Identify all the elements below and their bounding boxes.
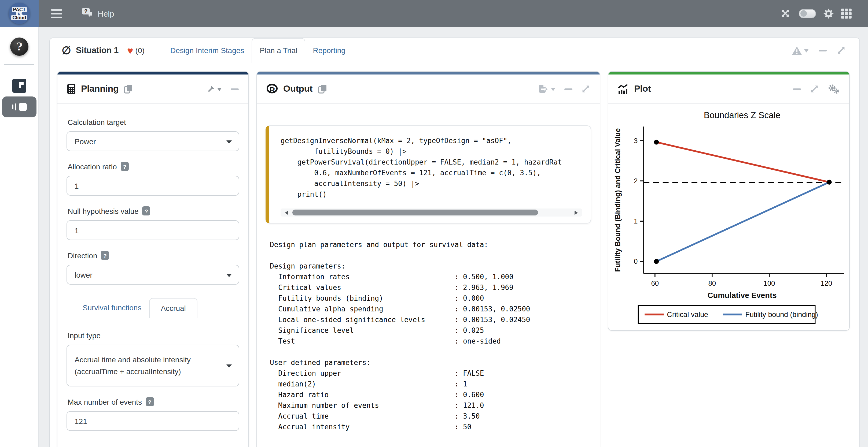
menu-hamburger-icon[interactable]	[51, 9, 62, 18]
minus-icon	[564, 88, 572, 90]
top-navbar: R PACT Cloud ? Help	[0, 0, 868, 27]
theme-sun-icon[interactable]	[824, 8, 834, 19]
output-header: R Output	[257, 74, 600, 104]
minimize-plot-button[interactable]	[793, 88, 801, 90]
situation-title-group: ∅ Situation 1	[62, 38, 119, 63]
warning-triangle-icon	[792, 46, 802, 55]
help-tooltip-icon[interactable]: ?	[143, 206, 151, 215]
situation-title: Situation 1	[76, 45, 119, 55]
output-report: Design plan parameters and output for su…	[270, 240, 591, 433]
minimize-output-button[interactable]	[564, 88, 572, 90]
rpact-cloud-logo[interactable]: R PACT Cloud	[0, 0, 39, 27]
help-tooltip-icon[interactable]: ?	[101, 251, 109, 260]
question-mark-icon: ?	[16, 40, 22, 53]
copy-icon[interactable]	[124, 84, 133, 94]
svg-text:100: 100	[764, 279, 775, 287]
direction-label: Direction ?	[68, 251, 239, 260]
planning-actions	[207, 85, 239, 93]
null-hypothesis-label: Null hypothesis value ?	[68, 206, 239, 215]
left-sidebar: ?	[0, 27, 39, 447]
r-code-card: getDesignInverseNormal(kMax = 2, typeOfD…	[266, 126, 591, 224]
calculation-target-select[interactable]: Power	[66, 131, 239, 151]
sidebar-item-question[interactable]: ?	[10, 37, 28, 56]
scrollbar-thumb[interactable]	[292, 210, 538, 215]
favorites-button[interactable]: ♥ (0)	[127, 38, 145, 63]
warnings-dropdown-button[interactable]	[792, 46, 808, 55]
subtab-accrual[interactable]: Accrual	[149, 298, 197, 318]
expand-arrows-icon	[837, 46, 845, 55]
allocation-ratio-label: Allocation ratio ?	[68, 162, 239, 171]
app-root: R PACT Cloud ? Help	[0, 0, 868, 447]
toggle-knob	[800, 10, 807, 16]
sidebar-item-workspace-active[interactable]	[2, 97, 36, 117]
help-tooltip-icon[interactable]: ?	[121, 162, 129, 171]
topbar-actions	[773, 8, 868, 19]
expand-output-button[interactable]	[582, 85, 590, 93]
planning-panel: Planning	[57, 71, 249, 447]
chevron-down-icon	[804, 49, 808, 55]
logo-text-bottom: Cloud	[11, 15, 27, 20]
minus-icon	[793, 88, 801, 90]
max-events-input[interactable]	[66, 411, 239, 431]
null-hypothesis-input[interactable]	[66, 220, 239, 240]
svg-text:R: R	[270, 85, 275, 94]
expand-plot-button[interactable]	[810, 85, 819, 93]
sidebar-item-flag[interactable]	[12, 79, 26, 95]
fullscreen-icon[interactable]	[780, 8, 790, 18]
plot-accent-strip	[608, 72, 849, 74]
main-area: ∅ Situation 1 ♥ (0) Design Interim Stage…	[39, 27, 868, 447]
direction-select[interactable]: lower	[66, 265, 239, 285]
code-horizontal-scrollbar[interactable]	[281, 208, 582, 216]
favorites-count: (0)	[135, 46, 145, 55]
planning-subtabs: Survival functions Accrual	[66, 298, 239, 318]
logo-circle: R PACT Cloud	[8, 3, 30, 24]
export-dropdown-button[interactable]	[538, 84, 555, 94]
plot-body: Boundaries Z Scale01236080100120Cumulati…	[608, 104, 849, 331]
situation-header: ∅ Situation 1 ♥ (0) Design Interim Stage…	[50, 38, 860, 63]
input-type-select[interactable]: Accrual time and absolute intensity (acc…	[66, 345, 239, 386]
planning-accent-strip	[57, 72, 248, 74]
output-title: Output	[283, 83, 312, 94]
svg-text:Futility bound (binding): Futility bound (binding)	[745, 311, 818, 319]
copy-icon[interactable]	[318, 84, 327, 94]
scroll-right-icon[interactable]	[575, 210, 580, 215]
plot-settings-button[interactable]	[828, 84, 840, 94]
situation-body: Planning	[50, 63, 860, 447]
scroll-left-icon[interactable]	[283, 210, 288, 215]
gears-icon	[828, 84, 840, 94]
help-button[interactable]: ? Help	[82, 7, 114, 19]
svg-text:80: 80	[708, 279, 716, 287]
minimize-planning-button[interactable]	[231, 88, 239, 90]
tab-reporting[interactable]: Reporting	[305, 38, 353, 63]
svg-text:Boundaries Z Scale: Boundaries Z Scale	[704, 110, 780, 120]
expand-situation-button[interactable]	[837, 46, 845, 55]
output-actions	[538, 84, 590, 94]
plot-title: Plot	[634, 83, 651, 94]
expand-arrows-icon	[582, 85, 590, 93]
dark-mode-toggle[interactable]	[799, 9, 816, 18]
svg-text:2: 2	[634, 177, 638, 185]
chevron-down-icon	[217, 88, 222, 93]
output-accent-strip	[257, 72, 600, 74]
svg-text:Critical value: Critical value	[667, 311, 708, 319]
situation-tabs: Design Interim Stages Plan a Trial Repor…	[163, 38, 353, 63]
plot-actions	[793, 84, 840, 94]
svg-text:3: 3	[634, 137, 638, 144]
tab-plan-a-trial[interactable]: Plan a Trial	[252, 38, 305, 63]
planning-title: Planning	[81, 83, 119, 94]
flag-steps-icon	[12, 79, 26, 93]
subtab-survival-functions[interactable]: Survival functions	[75, 298, 149, 318]
help-tooltip-icon[interactable]: ?	[146, 397, 154, 406]
empty-set-icon: ∅	[62, 44, 71, 57]
allocation-ratio-input[interactable]	[66, 176, 239, 196]
r-code: getDesignInverseNormal(kMax = 2, typeOfD…	[281, 136, 586, 200]
tab-design-interim-stages[interactable]: Design Interim Stages	[163, 38, 252, 63]
apps-grid-icon[interactable]	[841, 8, 852, 19]
situation-actions	[792, 38, 860, 63]
heart-icon: ♥	[127, 45, 133, 56]
svg-text:120: 120	[820, 279, 832, 287]
tools-dropdown-button[interactable]	[207, 85, 222, 93]
minimize-situation-button[interactable]	[819, 49, 827, 51]
minus-icon	[819, 49, 827, 51]
chevron-down-icon	[551, 88, 555, 93]
